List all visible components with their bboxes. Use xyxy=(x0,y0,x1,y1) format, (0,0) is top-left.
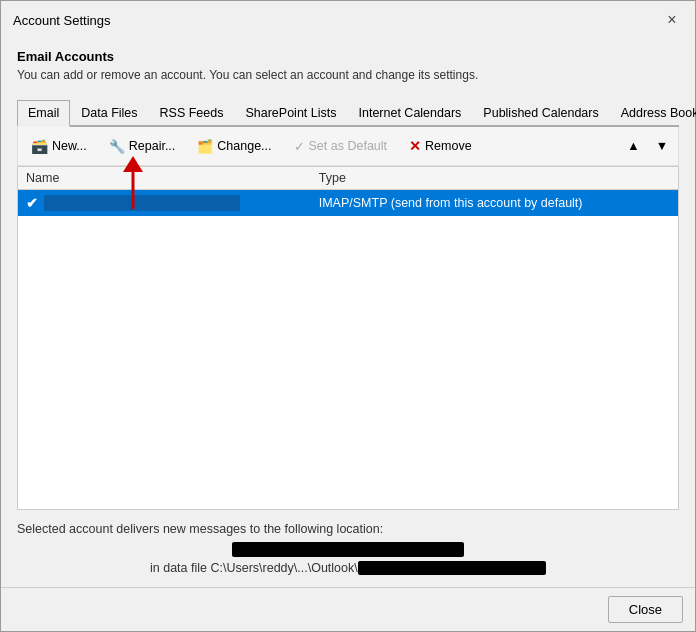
account-type-cell: IMAP/SMTP (send from this account by def… xyxy=(319,196,670,210)
set-default-label: Set as Default xyxy=(309,139,388,153)
data-file-prefix: in data file C:\Users\reddy\...\Outlook\ xyxy=(150,561,358,575)
close-button[interactable]: Close xyxy=(608,596,683,623)
set-default-button[interactable]: ✓ Set as Default xyxy=(285,134,397,159)
tab-data-files[interactable]: Data Files xyxy=(70,100,148,127)
new-icon: 🗃️ xyxy=(31,138,48,154)
accounts-table-area: Name Type ✔ reddyrajkumar12345@gmail... … xyxy=(17,166,679,510)
move-down-button[interactable]: ▼ xyxy=(650,134,674,158)
inbox-path: reddyrajkumar12345@gmail.com\Inbox xyxy=(232,542,463,557)
info-label: Selected account delivers new messages t… xyxy=(17,522,679,536)
section-title: Email Accounts xyxy=(17,49,679,64)
tab-email[interactable]: Email xyxy=(17,100,70,127)
tab-sharepoint-lists[interactable]: SharePoint Lists xyxy=(234,100,347,127)
table-header: Name Type xyxy=(18,167,678,190)
set-default-icon: ✓ xyxy=(294,139,305,154)
account-settings-dialog: Account Settings × Email Accounts You ca… xyxy=(0,0,696,632)
table-row[interactable]: ✔ reddyrajkumar12345@gmail... IMAP/SMTP … xyxy=(18,190,678,216)
title-bar: Account Settings × xyxy=(1,1,695,37)
change-button[interactable]: 🗂️ Change... xyxy=(188,134,280,159)
col-name-header: Name xyxy=(26,171,319,185)
section-desc: You can add or remove an account. You ca… xyxy=(17,68,679,82)
header-section: Email Accounts You can add or remove an … xyxy=(17,49,679,98)
tab-rss-feeds[interactable]: RSS Feeds xyxy=(149,100,235,127)
new-button[interactable]: 🗃️ New... xyxy=(22,133,96,159)
account-name: reddyrajkumar12345@gmail... xyxy=(44,195,240,211)
remove-button[interactable]: ✕ Remove xyxy=(400,133,481,159)
tabs-bar: Email Data Files RSS Feeds SharePoint Li… xyxy=(17,98,679,127)
repair-icon: 🔧 xyxy=(109,139,125,154)
data-file-suffix: reddyrajkumar12345@gmail.com xyxy=(358,561,546,575)
dialog-content: Email Accounts You can add or remove an … xyxy=(1,37,695,587)
repair-button[interactable]: 🔧 Repair... xyxy=(100,134,185,159)
dialog-close-button[interactable]: × xyxy=(661,9,683,31)
inbox-line: reddyrajkumar12345@gmail.com\Inbox xyxy=(17,542,679,557)
new-label: New... xyxy=(52,139,87,153)
tab-published-calendars[interactable]: Published Calendars xyxy=(472,100,609,127)
dialog-footer: Close xyxy=(1,587,695,631)
default-check-icon: ✔ xyxy=(26,195,38,211)
data-file-line: in data file C:\Users\reddy\...\Outlook\… xyxy=(17,561,679,575)
remove-icon: ✕ xyxy=(409,138,421,154)
move-up-button[interactable]: ▲ xyxy=(621,134,645,158)
col-type-header: Type xyxy=(319,171,670,185)
tab-address-books[interactable]: Address Books xyxy=(610,100,696,127)
dialog-title: Account Settings xyxy=(13,13,111,28)
table-body: ✔ reddyrajkumar12345@gmail... IMAP/SMTP … xyxy=(18,190,678,216)
repair-label: Repair... xyxy=(129,139,176,153)
account-name-cell: ✔ reddyrajkumar12345@gmail... xyxy=(26,195,319,211)
accounts-table: Name Type ✔ reddyrajkumar12345@gmail... … xyxy=(17,166,679,510)
change-label: Change... xyxy=(217,139,271,153)
tab-internet-calendars[interactable]: Internet Calendars xyxy=(348,100,473,127)
toolbar: 🗃️ New... 🔧 Repair... 🗂️ Change... ✓ Set… xyxy=(17,127,679,166)
change-icon: 🗂️ xyxy=(197,139,213,154)
remove-label: Remove xyxy=(425,139,472,153)
info-section: Selected account delivers new messages t… xyxy=(17,522,679,575)
